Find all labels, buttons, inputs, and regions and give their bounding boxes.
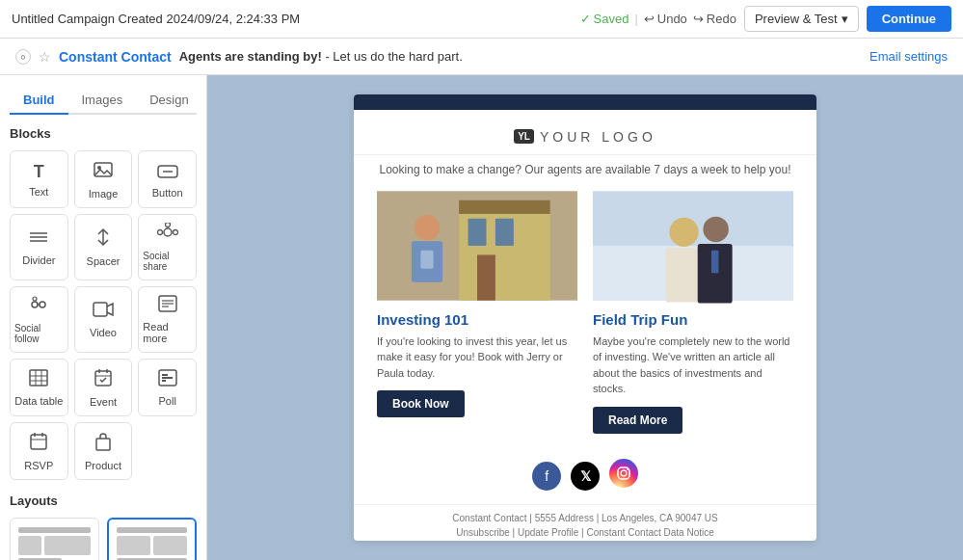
svg-rect-43: [495, 218, 514, 245]
main-layout: Build Images Design Blocks T Text Image …: [0, 75, 963, 560]
layout-preview-1: [18, 527, 91, 560]
email-footer-links: Unsubscribe | Update Profile | Constant …: [361, 527, 809, 538]
layout-col-wide: [44, 536, 91, 555]
svg-rect-16: [94, 303, 107, 316]
col1-button[interactable]: Book Now: [377, 390, 465, 417]
tab-images[interactable]: Images: [68, 87, 137, 115]
svg-rect-42: [468, 218, 487, 245]
svg-rect-47: [420, 250, 433, 268]
redo-icon: ↪: [693, 12, 704, 26]
preview-test-button[interactable]: Preview & Test ▾: [744, 6, 859, 32]
block-button-label: Button: [152, 187, 183, 199]
layout-cols-2: [117, 536, 187, 555]
email-footer-address: Constant Contact | 5555 Address | Los An…: [361, 513, 809, 523]
svg-point-9: [157, 230, 162, 235]
block-spacer[interactable]: Spacer: [74, 214, 133, 280]
block-image[interactable]: Image: [74, 150, 133, 208]
block-data-table-label: Data table: [14, 395, 63, 407]
layout-col-2b: [153, 536, 187, 555]
rsvp-icon: [29, 432, 48, 456]
divider-icon: [28, 228, 49, 251]
block-event[interactable]: Event: [74, 359, 133, 416]
instagram-icon[interactable]: [609, 459, 638, 488]
svg-point-12: [32, 302, 38, 307]
svg-rect-21: [30, 370, 47, 386]
block-button[interactable]: Button: [138, 150, 197, 208]
undo-icon: ↩: [644, 12, 655, 26]
sidebar: Build Images Design Blocks T Text Image …: [0, 75, 207, 560]
sidebar-tabs: Build Images Design: [10, 87, 197, 115]
block-image-label: Image: [89, 188, 119, 200]
block-social-follow[interactable]: Social follow: [10, 286, 68, 353]
layouts-grid: [10, 518, 197, 560]
video-icon: [93, 301, 114, 323]
agents-label: Agents are standing by! - Let us do the …: [179, 49, 463, 64]
email-logo-area[interactable]: YL YOUR LOGO: [354, 110, 816, 155]
block-social-share-label: Social share: [143, 251, 192, 272]
email-col-2: Field Trip Fun Maybe you're completely n…: [585, 188, 801, 434]
email-settings-link[interactable]: Email settings: [869, 49, 948, 64]
block-data-table[interactable]: Data table: [10, 359, 68, 416]
x-twitter-icon[interactable]: 𝕏: [571, 462, 600, 491]
col2-text: Maybe you're completely new to the world…: [593, 333, 793, 397]
text-icon: T: [34, 162, 44, 182]
layout-cols: [18, 536, 91, 555]
tab-design[interactable]: Design: [136, 87, 201, 115]
redo-button[interactable]: ↪ Redo: [693, 12, 736, 26]
block-video[interactable]: Video: [74, 286, 133, 353]
social-follow-icon: [28, 295, 49, 319]
col1-text: If you're looking to invest this year, l…: [377, 333, 577, 382]
logo-badge: YL: [514, 129, 534, 144]
col1-image[interactable]: [377, 188, 577, 304]
svg-point-8: [164, 228, 172, 236]
block-social-share[interactable]: Social share: [138, 214, 197, 280]
layout-preview-2: [117, 527, 187, 560]
block-poll[interactable]: Poll: [138, 359, 197, 416]
svg-point-13: [40, 302, 45, 307]
svg-rect-26: [95, 371, 111, 386]
layouts-section-title: Layouts: [10, 493, 197, 508]
saved-status: ✓ Saved: [580, 12, 629, 26]
layout-line-2: [117, 527, 187, 533]
svg-rect-34: [31, 435, 46, 449]
svg-rect-0: [94, 163, 112, 176]
product-icon: [94, 432, 113, 456]
facebook-icon[interactable]: f: [532, 462, 561, 491]
block-divider-label: Divider: [22, 254, 55, 266]
blocks-section-title: Blocks: [10, 126, 197, 141]
email-subtitle-text: Looking to make a change? Our agents are…: [380, 163, 791, 176]
svg-point-10: [173, 230, 177, 235]
svg-point-56: [621, 470, 627, 476]
layout-item-1[interactable]: [10, 518, 99, 560]
email-subtitle: Looking to make a change? Our agents are…: [354, 155, 816, 188]
col2-image[interactable]: [593, 188, 793, 304]
canvas-area: YL YOUR LOGO Looking to make a change? O…: [207, 75, 963, 560]
action-group: ✓ Saved | ↩ Undo ↪ Redo: [580, 12, 736, 26]
continue-button[interactable]: Continue: [867, 6, 951, 32]
campaign-title-area: Untitled Campaign Created 2024/09/24, 2:…: [12, 12, 300, 26]
block-product[interactable]: Product: [74, 422, 133, 480]
spacer-icon: [94, 227, 112, 252]
logo-box: YL YOUR LOGO: [514, 129, 656, 145]
svg-point-50: [669, 217, 698, 246]
tab-build[interactable]: Build: [10, 87, 68, 115]
layout-item-2[interactable]: [107, 518, 197, 560]
block-video-label: Video: [90, 327, 117, 338]
layout-col-2a: [117, 536, 150, 555]
block-text[interactable]: T Text: [10, 150, 68, 208]
block-divider[interactable]: Divider: [10, 214, 68, 280]
top-bar-actions: ✓ Saved | ↩ Undo ↪ Redo Preview & Test ▾…: [580, 6, 952, 32]
col2-button[interactable]: Read More: [593, 407, 682, 434]
svg-point-45: [415, 214, 440, 239]
star-icon[interactable]: ☆: [39, 49, 51, 65]
svg-rect-51: [666, 247, 703, 302]
block-poll-label: Poll: [158, 395, 175, 407]
social-share-icon: [157, 223, 178, 247]
sub-header-left: ○ ☆ Constant Contact Agents are standing…: [15, 49, 463, 65]
button-icon: [157, 161, 178, 183]
block-rsvp[interactable]: RSVP: [10, 422, 68, 480]
undo-button[interactable]: ↩ Undo: [644, 12, 687, 26]
block-read-more[interactable]: Read more: [138, 286, 197, 353]
block-text-label: Text: [29, 186, 48, 198]
svg-rect-44: [477, 254, 495, 300]
